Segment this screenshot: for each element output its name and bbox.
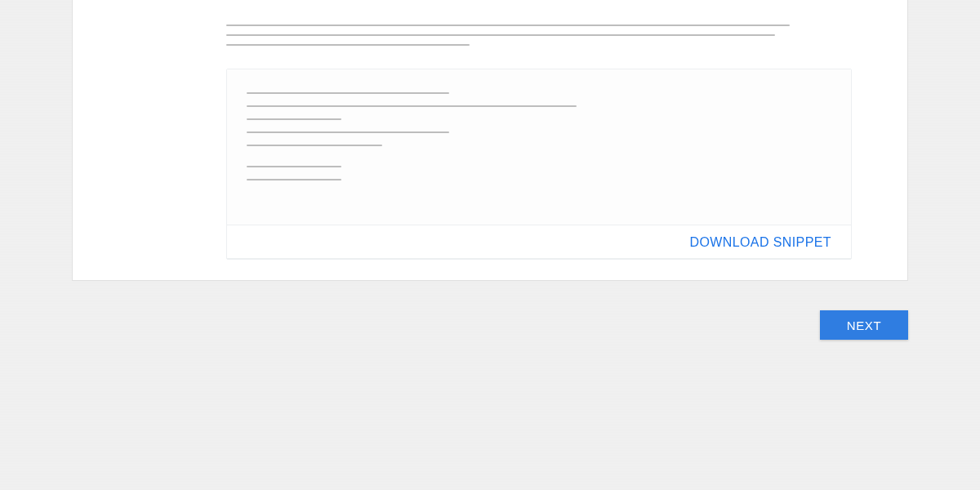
placeholder-line [247,166,341,167]
code-footer: DOWNLOAD SNIPPET [227,225,851,259]
placeholder-line [226,44,470,46]
next-button[interactable]: NEXT [820,310,908,340]
placeholder-line [226,34,775,36]
instruction-paragraph [226,24,852,46]
placeholder-line [226,24,790,26]
download-snippet-button[interactable]: DOWNLOAD SNIPPET [689,235,831,250]
placeholder-line [247,145,382,146]
placeholder-line [247,92,449,94]
placeholder-line [247,105,577,107]
placeholder-line [247,118,341,120]
code-area [227,69,851,225]
placeholder-line [247,179,341,180]
placeholder-line [247,131,449,133]
card-content: DOWNLOAD SNIPPET [73,0,907,260]
instruction-card: DOWNLOAD SNIPPET [72,0,908,281]
code-snippet-block: DOWNLOAD SNIPPET [226,69,852,260]
